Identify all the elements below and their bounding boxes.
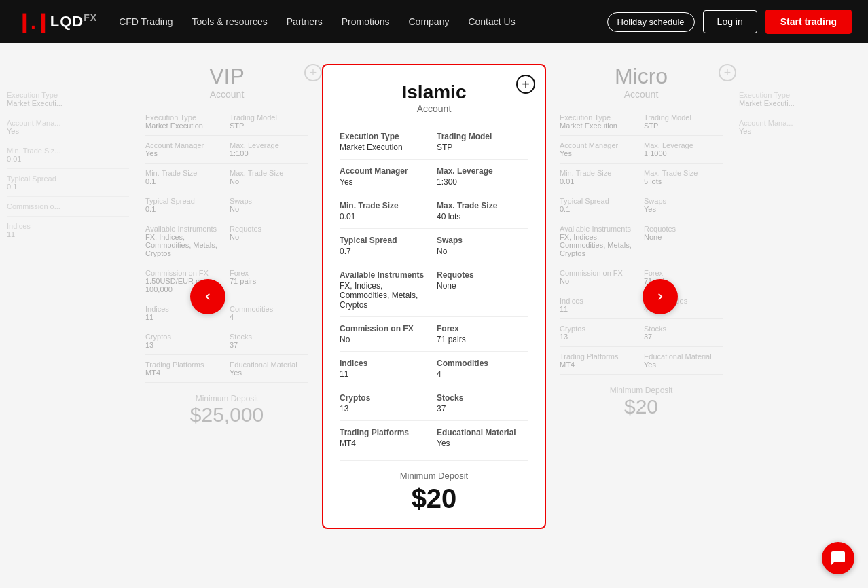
card-left-label: Indices xyxy=(340,359,431,368)
side-value: 5 lots xyxy=(644,177,723,185)
list-item: Indices 11 Commodities 4 xyxy=(145,305,308,327)
logo-icon: ❙.❙ xyxy=(16,11,49,33)
nav-contact-us[interactable]: Contact Us xyxy=(468,16,515,27)
card-right-label: Requotes xyxy=(437,270,528,280)
side-label: Max. Trade Size xyxy=(230,169,308,177)
list-item: Execution Type Market Execution Trading … xyxy=(145,113,308,136)
far-right-card: Execution Type Market Executi... Account… xyxy=(732,84,868,153)
card-right-value: 37 xyxy=(437,404,528,414)
far-left-spread-label: Typical Spread xyxy=(7,174,65,183)
card-right-label: Stocks xyxy=(437,393,528,403)
card-right-label: Commodities xyxy=(437,359,528,368)
card-left-cell: Execution Type Market Execution xyxy=(340,132,431,152)
card-header: Islamic Account xyxy=(340,81,528,114)
logo-text: LQDFX xyxy=(50,12,97,31)
nav-links: CFD Trading Tools & resources Partners P… xyxy=(119,16,607,27)
card-left-label: Typical Spread xyxy=(340,236,431,245)
side-value: No xyxy=(560,277,638,285)
vip-subtitle: Account xyxy=(145,89,308,100)
prev-arrow[interactable] xyxy=(190,279,225,314)
card-row: Commission on FX No Forex 71 pairs xyxy=(340,317,528,352)
nav-promotions[interactable]: Promotions xyxy=(342,16,390,27)
card-left-value: 0.01 xyxy=(340,212,431,221)
card-add-icon[interactable]: + xyxy=(516,75,535,94)
card-row: Cryptos 13 Stocks 37 xyxy=(340,386,528,421)
vip-deposit: Minimum Deposit $25,000 xyxy=(145,394,308,426)
far-left-comm-label: Commission o... xyxy=(7,202,65,210)
side-value: Yes xyxy=(230,369,308,377)
side-value: 0.1 xyxy=(145,205,224,213)
nav-tools-resources[interactable]: Tools & resources xyxy=(192,16,267,27)
nav-partners[interactable]: Partners xyxy=(287,16,323,27)
side-value: Market Execution xyxy=(145,122,224,130)
far-left-ts-value: 0.01 xyxy=(7,155,65,163)
card-left-value: Yes xyxy=(340,177,431,187)
card-row: Min. Trade Size 0.01 Max. Trade Size 40 … xyxy=(340,194,528,229)
card-row: Account Manager Yes Max. Leverage 1:300 xyxy=(340,160,528,194)
micro-card: + Micro Account Execution Type Market Ex… xyxy=(546,64,736,432)
side-label: Stocks xyxy=(230,333,308,341)
side-label: Max. Trade Size xyxy=(644,169,723,177)
chat-widget[interactable] xyxy=(822,542,854,574)
side-label: Commission on FX xyxy=(145,269,224,277)
vip-deposit-label: Minimum Deposit xyxy=(145,394,308,403)
micro-deposit-label: Minimum Deposit xyxy=(560,386,723,395)
card-right-cell: Requotes None xyxy=(437,270,528,310)
card-right-cell: Forex 71 pairs xyxy=(437,324,528,344)
list-item: Cryptos 13 Stocks 37 xyxy=(145,333,308,355)
next-arrow[interactable] xyxy=(643,279,678,314)
side-label: Requotes xyxy=(644,225,723,233)
list-item: Typical Spread 0.1 Swaps No xyxy=(145,197,308,219)
card-left-cell: Typical Spread 0.7 xyxy=(340,236,431,256)
side-value: FX, Indices, Commodities, Metals, Crypto… xyxy=(145,233,224,257)
side-value: 37 xyxy=(644,333,723,341)
card-right-cell: Max. Trade Size 40 lots xyxy=(437,201,528,221)
far-left-indices-value: 11 xyxy=(7,230,65,238)
active-card-rows: Execution Type Market Execution Trading … xyxy=(340,125,528,455)
side-label: Swaps xyxy=(230,197,308,205)
card-row: Typical Spread 0.7 Swaps No xyxy=(340,229,528,263)
side-label: Trading Model xyxy=(644,113,723,122)
micro-deposit: Minimum Deposit $20 xyxy=(560,386,723,418)
list-item: Min. Trade Size 0.01 Max. Trade Size 5 l… xyxy=(560,169,723,191)
card-right-value: No xyxy=(437,246,528,256)
card-left-cell: Available Instruments FX, Indices, Commo… xyxy=(340,270,431,310)
side-value: No xyxy=(230,233,308,241)
card-deposit: Minimum Deposit $20 xyxy=(340,460,528,514)
navbar: ❙.❙ LQDFX CFD Trading Tools & resources … xyxy=(0,0,868,43)
card-left-value: Market Execution xyxy=(340,143,431,152)
start-trading-button[interactable]: Start trading xyxy=(765,10,852,34)
card-right-label: Swaps xyxy=(437,236,528,245)
far-left-card: Execution Type Market Executi... Account… xyxy=(0,84,136,256)
nav-cfd-trading[interactable]: CFD Trading xyxy=(119,16,173,27)
side-label: Trading Platforms xyxy=(145,361,224,369)
card-right-cell: Commodities 4 xyxy=(437,359,528,379)
side-label: Educational Material xyxy=(230,361,308,369)
side-value: None xyxy=(644,233,723,241)
side-label: Requotes xyxy=(230,225,308,233)
card-deposit-label: Minimum Deposit xyxy=(340,471,528,481)
login-button[interactable]: Log in xyxy=(703,10,757,33)
side-value: 1:1000 xyxy=(644,149,723,158)
card-deposit-value: $20 xyxy=(340,483,528,514)
nav-company[interactable]: Company xyxy=(409,16,450,27)
far-left-am-label: Account Mana... xyxy=(7,119,65,127)
side-value: 37 xyxy=(230,341,308,349)
list-item: Cryptos 13 Stocks 37 xyxy=(560,325,723,347)
card-right-label: Trading Model xyxy=(437,132,528,141)
side-value: Yes xyxy=(644,361,723,369)
micro-add-icon[interactable]: + xyxy=(719,64,736,81)
side-value: 71 pairs xyxy=(230,277,308,285)
side-label: Forex xyxy=(230,269,308,277)
micro-rows: Execution Type Market Execution Trading … xyxy=(560,113,723,375)
side-label: Min. Trade Size xyxy=(560,169,638,177)
card-left-cell: Cryptos 13 xyxy=(340,393,431,414)
cards-container: Execution Type Market Executi... Account… xyxy=(0,64,868,529)
list-item: Typical Spread 0.1 Swaps Yes xyxy=(560,197,723,219)
holiday-schedule-button[interactable]: Holiday schedule xyxy=(607,12,695,32)
card-left-cell: Trading Platforms MT4 xyxy=(340,428,431,448)
vip-add-icon[interactable]: + xyxy=(304,64,322,81)
card-row: Execution Type Market Execution Trading … xyxy=(340,125,528,160)
list-item: Account Manager Yes Max. Leverage 1:1000 xyxy=(560,141,723,164)
logo-fx: FX xyxy=(84,12,97,23)
